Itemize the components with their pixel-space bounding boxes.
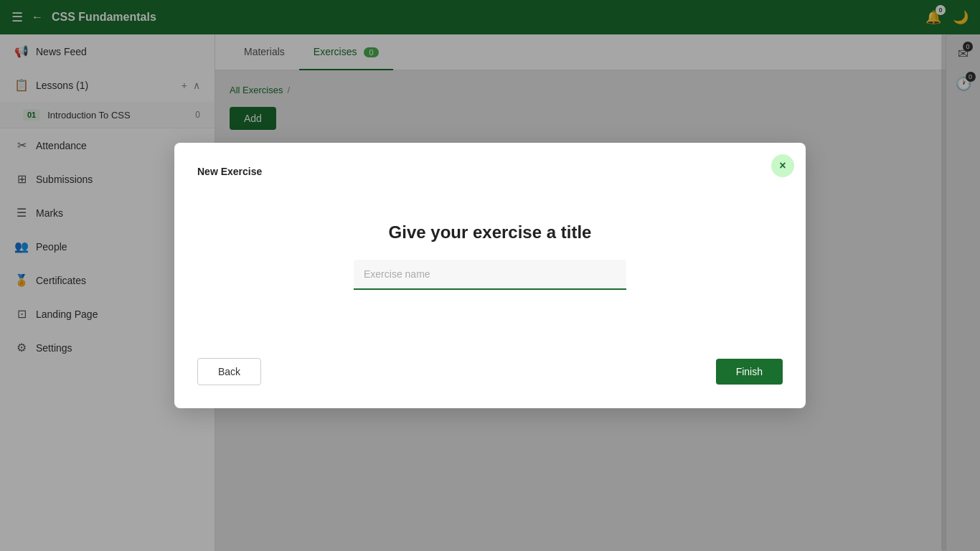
finish-button[interactable]: Finish [716,359,783,385]
modal-footer: Back Finish [197,358,783,385]
modal-title: New Exercise [197,166,783,177]
exercise-name-input[interactable] [354,260,626,290]
modal-overlay[interactable]: New Exercise × Give your exercise a titl… [0,0,980,551]
modal-heading: Give your exercise a title [389,222,592,242]
modal-close-button[interactable]: × [771,154,794,177]
modal-body: Give your exercise a title [197,177,783,335]
back-button[interactable]: Back [197,358,261,385]
modal-input-wrap [354,260,626,290]
modal: New Exercise × Give your exercise a titl… [174,143,806,408]
